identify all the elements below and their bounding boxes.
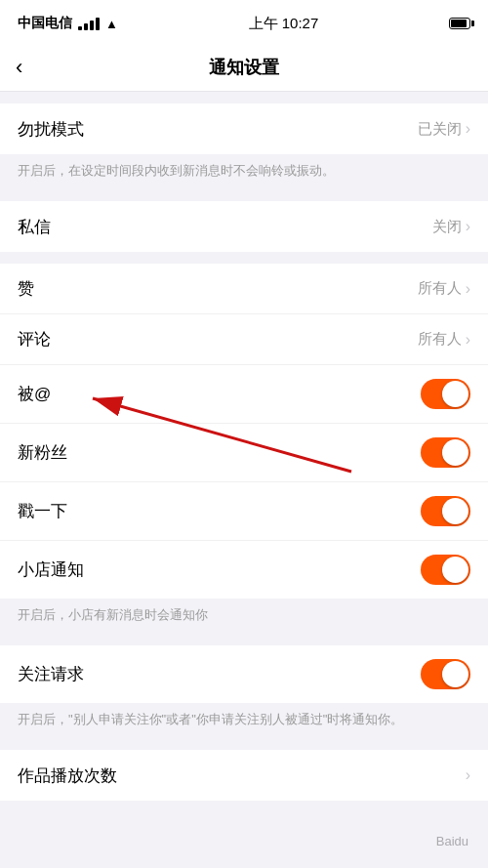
row-playcount[interactable]: 作品播放次数 › (0, 750, 488, 801)
toggle-shop[interactable] (421, 555, 470, 585)
desc-shop: 开启后，小店有新消息时会通知你 (0, 599, 488, 634)
watermark: Baidu (436, 834, 468, 848)
battery-icon (449, 18, 470, 29)
row-label-dm: 私信 (18, 216, 51, 238)
toggle-newfans[interactable] (421, 437, 470, 468)
row-label-poke: 戳一下 (18, 500, 67, 522)
section-interactions: 赞 所有人 › 评论 所有人 › 被@ 新粉丝 (0, 264, 488, 599)
toggle-thumb-poke (442, 498, 468, 524)
row-value-playcount: › (466, 766, 470, 784)
row-poke[interactable]: 戳一下 (0, 482, 488, 541)
section-dm: 私信 关闭 › (0, 201, 488, 252)
carrier-info: 中国电信 ▲ (18, 15, 118, 32)
toggle-mention[interactable] (421, 379, 470, 409)
back-button[interactable]: ‹ (16, 55, 22, 80)
chevron-icon-dm: › (466, 218, 470, 235)
row-value-like: 所有人 › (418, 279, 470, 298)
status-bar: 中国电信 ▲ 上午 10:27 (0, 0, 488, 43)
row-dm[interactable]: 私信 关闭 › (0, 201, 488, 252)
row-like[interactable]: 赞 所有人 › (0, 264, 488, 314)
wifi-icon: ▲ (105, 17, 118, 31)
toggle-thumb-mention (442, 381, 468, 407)
signal-icon (78, 18, 100, 30)
row-follow[interactable]: 关注请求 (0, 645, 488, 703)
row-value-comment: 所有人 › (418, 330, 470, 349)
page-title: 通知设置 (209, 56, 279, 79)
row-label-comment: 评论 (18, 328, 51, 351)
row-label-playcount: 作品播放次数 (18, 765, 117, 787)
row-shop[interactable]: 小店通知 (0, 541, 488, 599)
row-label-like: 赞 (18, 277, 34, 300)
toggle-follow[interactable] (421, 659, 470, 689)
desc-follow: 开启后，"别人申请关注你"或者"你申请关注别人被通过"时将通知你。 (0, 703, 488, 738)
row-label-shop: 小店通知 (18, 558, 84, 581)
back-icon: ‹ (16, 55, 22, 80)
row-label-newfans: 新粉丝 (18, 441, 67, 464)
row-newfans[interactable]: 新粉丝 (0, 424, 488, 482)
carrier-name: 中国电信 (18, 15, 72, 32)
row-donotdisturb[interactable]: 勿扰模式 已关闭 › (0, 103, 488, 154)
row-value-donotdisturb: 已关闭 › (418, 120, 470, 139)
section-follow: 关注请求 (0, 645, 488, 703)
chevron-icon-playcount: › (466, 766, 470, 784)
row-label-donotdisturb: 勿扰模式 (18, 118, 84, 141)
row-label-mention: 被@ (18, 383, 51, 405)
toggle-poke[interactable] (421, 496, 470, 526)
main-content: 勿扰模式 已关闭 › 开启后，在设定时间段内收到新消息时不会响铃或振动。 私信 … (0, 103, 488, 801)
row-mention[interactable]: 被@ (0, 365, 488, 424)
toggle-thumb-shop (442, 557, 468, 583)
row-comment[interactable]: 评论 所有人 › (0, 314, 488, 365)
battery-area (449, 18, 470, 29)
section-donotdisturb: 勿扰模式 已关闭 › (0, 103, 488, 154)
chevron-icon-like: › (466, 280, 470, 298)
desc-donotdisturb: 开启后，在设定时间段内收到新消息时不会响铃或振动。 (0, 154, 488, 189)
toggle-thumb-newfans (442, 439, 468, 466)
row-value-dm: 关闭 › (432, 218, 470, 236)
section-playcount: 作品播放次数 › (0, 750, 488, 801)
nav-bar: ‹ 通知设置 (0, 43, 488, 92)
chevron-icon-donotdisturb: › (466, 120, 470, 138)
chevron-icon-comment: › (466, 331, 470, 349)
time-display: 上午 10:27 (249, 15, 319, 33)
row-label-follow: 关注请求 (18, 663, 84, 685)
toggle-thumb-follow (442, 661, 468, 687)
